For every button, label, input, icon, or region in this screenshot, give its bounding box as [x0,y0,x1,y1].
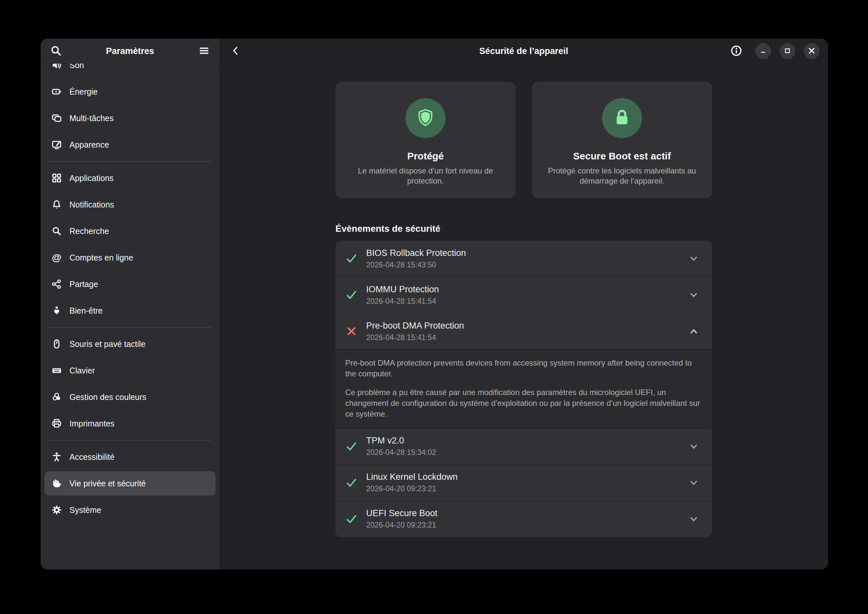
content-pane: Sécurité de l’appareil [219,39,828,569]
hamburger-menu-icon [199,45,209,57]
sidebar-item-bien-etre[interactable]: Bien-être [45,298,216,323]
event-title: BIOS Rollback Protection [366,248,679,258]
sidebar-item-accessibilite[interactable]: Accessibilité [45,445,216,469]
sidebar-item-souris[interactable]: Souris et pavé tactile [45,332,216,356]
back-button[interactable] [228,43,243,59]
settings-window: Paramètres Son Énergie [40,39,828,569]
info-button[interactable] [728,43,744,59]
event-title: Linux Kernel Lockdown [366,472,679,482]
sidebar-item-multitaches[interactable]: Multi-tâches [45,106,216,130]
card-subtitle: Protégé contre les logiciels malveillant… [543,166,701,186]
lock-icon [611,107,633,129]
card-subtitle: Le matériel dispose d’un fort niveau de … [347,166,504,186]
event-row-tpm[interactable]: TPM v2.0 2026-04-28 15:34:02 [335,428,712,464]
lock-icon-circle [602,98,642,138]
sidebar-nav: Son Énergie Multi-tâches Apparence [40,64,219,569]
main-menu-button[interactable] [196,43,212,59]
event-description-fr: Ce problème a pu être causé par une modi… [345,387,701,419]
wellbeing-icon [52,306,62,316]
sidebar-item-son[interactable]: Son [45,64,216,77]
search-icon [50,45,62,57]
sidebar-item-comptes-en-ligne[interactable]: @ Comptes en ligne [45,245,216,270]
page-title: Sécurité de l’appareil [479,46,568,56]
printer-icon [52,419,62,428]
share-icon [52,279,62,289]
sidebar-item-label: Gestion des couleurs [70,392,146,402]
mouse-icon [52,339,62,349]
event-row-uefi-secure-boot[interactable]: UEFI Secure Boot 2026-04-20 09:23:21 [335,501,712,537]
minimize-button[interactable] [755,43,771,59]
sidebar-divider [48,440,212,440]
sidebar-item-label: Bien-être [70,306,103,316]
sidebar-item-label: Clavier [70,366,95,375]
close-icon [808,47,815,55]
event-timestamp: 2026-04-20 09:23:21 [366,521,679,530]
check-icon [346,253,357,264]
at-icon: @ [52,253,62,262]
security-events-heading: Évènements de sécurité [335,223,712,234]
sidebar-item-label: Applications [70,174,114,183]
sidebar: Paramètres Son Énergie [40,39,219,569]
security-events-list: BIOS Rollback Protection 2026-04-28 15:4… [335,240,712,537]
sidebar-item-label: Énergie [70,87,98,96]
sidebar-item-label: Vie privée et sécurité [70,479,146,488]
event-title: TPM v2.0 [366,436,679,446]
shield-icon-circle [406,98,445,138]
event-title: Pre-boot DMA Protection [366,321,679,331]
sidebar-item-imprimantes[interactable]: Imprimantes [45,411,216,436]
protection-status-card: Protégé Le matériel dispose d’un fort ni… [335,82,516,198]
sidebar-item-partage[interactable]: Partage [45,272,216,296]
search-icon [52,226,62,236]
chevron-down-icon [689,478,699,488]
status-cards: Protégé Le matériel dispose d’un fort ni… [219,82,828,198]
search-button[interactable] [48,43,64,59]
sidebar-item-energie[interactable]: Énergie [45,79,216,104]
sidebar-item-apparence[interactable]: Apparence [45,133,216,157]
event-timestamp: 2026-04-20 09:23:21 [366,484,679,493]
gear-icon [52,505,62,515]
sidebar-item-label: Comptes en ligne [70,253,133,262]
chevron-down-icon [689,514,699,524]
close-button[interactable] [804,43,820,59]
sidebar-item-label: Recherche [70,226,109,236]
sidebar-item-vie-privee-securite[interactable]: Vie privée et sécurité [45,471,216,496]
event-title: UEFI Secure Boot [366,508,679,518]
maximize-icon [784,48,791,55]
card-title: Secure Boot est actif [573,150,671,162]
sidebar-divider [48,327,212,328]
event-timestamp: 2026-04-28 15:34:02 [366,448,679,457]
color-icon [52,392,62,402]
sidebar-item-gestion-couleurs[interactable]: Gestion des couleurs [45,385,216,409]
sidebar-item-label: Notifications [70,200,114,209]
event-description-en: Pre-boot DMA protection prevents devices… [345,357,701,379]
sidebar-item-label: Multi-tâches [70,113,114,123]
sidebar-item-clavier[interactable]: Clavier [45,358,216,383]
sidebar-title: Paramètres [106,46,154,56]
appearance-icon [52,140,62,150]
info-icon [730,45,742,57]
sidebar-item-systeme[interactable]: Système [45,498,216,522]
event-row-preboot-dma[interactable]: Pre-boot DMA Protection 2026-04-28 15:41… [335,313,712,349]
bell-icon [52,200,62,209]
event-row-bios-rollback[interactable]: BIOS Rollback Protection 2026-04-28 15:4… [335,240,712,276]
sidebar-item-label: Apparence [70,140,109,150]
sidebar-item-label: Partage [70,279,98,289]
sidebar-item-label: Accessibilité [70,452,115,462]
secure-boot-status-card: Secure Boot est actif Protégé contre les… [532,82,712,198]
maximize-button[interactable] [779,43,795,59]
sidebar-item-notifications[interactable]: Notifications [45,192,216,217]
battery-icon [52,87,62,96]
window-controls [728,43,820,59]
sidebar-item-recherche[interactable]: Recherche [45,219,216,243]
keyboard-icon [52,366,62,375]
event-timestamp: 2026-04-28 15:43:50 [366,260,679,269]
event-row-iommu[interactable]: IOMMU Protection 2026-04-28 15:41:54 [335,276,712,313]
check-icon [346,513,357,525]
chevron-down-icon [689,290,699,300]
chevron-down-icon [689,441,699,452]
event-row-kernel-lockdown[interactable]: Linux Kernel Lockdown 2026-04-20 09:23:2… [335,464,712,501]
check-icon [346,477,357,488]
error-x-icon [346,326,357,337]
sidebar-item-applications[interactable]: Applications [45,166,216,190]
event-description-panel: Pre-boot DMA protection prevents devices… [335,349,712,428]
